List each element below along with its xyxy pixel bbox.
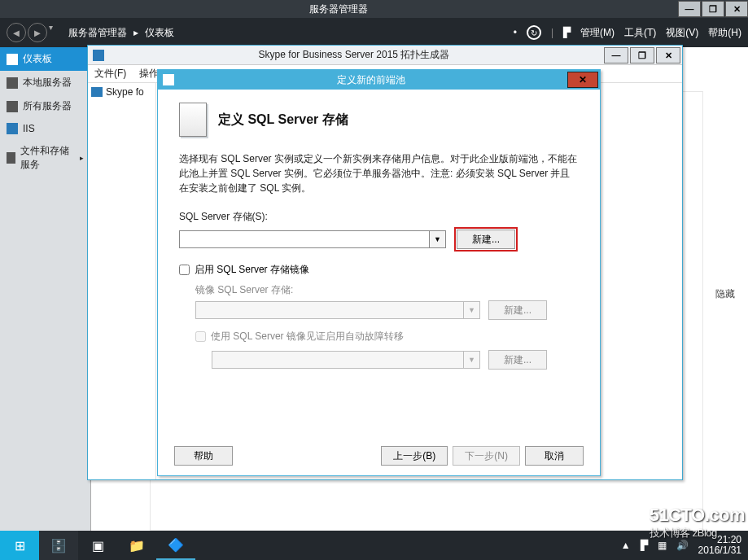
tb-powershell-icon[interactable]: ▣ — [78, 531, 117, 560]
tb-close-button[interactable]: ✕ — [656, 47, 680, 63]
nav-back-button[interactable]: ◄ — [7, 23, 26, 42]
sidebar-item-iis[interactable]: IIS — [0, 118, 90, 139]
flag-icon[interactable]: ▛ — [563, 27, 571, 38]
nav-forward-button[interactable]: ► — [28, 23, 47, 42]
nav-history-dropdown[interactable]: ▾ — [49, 23, 59, 42]
tree-root-label: Skype fo — [106, 86, 144, 98]
wizard-app-icon — [163, 74, 174, 85]
tray-up-icon[interactable]: ▲ — [621, 540, 631, 551]
sql-store-combo[interactable]: ▼ — [179, 230, 446, 248]
tb-topology-icon[interactable]: 🔷 — [156, 531, 195, 560]
sidebar-item-label: 所有服务器 — [23, 99, 72, 113]
watermark-line2: 技术博客 zBlog — [650, 526, 745, 540]
chevron-down-icon: ▼ — [464, 301, 480, 319]
wizard-description: 选择现有 SQL Server 实例或定义一个新实例来存储用户信息。对于此企业版… — [179, 151, 579, 195]
tb-explorer-icon[interactable]: 📁 — [117, 531, 156, 560]
tray-volume-icon[interactable]: 🔊 — [676, 540, 689, 551]
tb-minimize-button[interactable]: — — [604, 47, 628, 63]
mirror-new-button: 新建... — [488, 300, 547, 320]
taskbar: ⊞ 🗄️ ▣ 📁 🔷 ▲ ▛ ▦ 🔊 21:20 2016/1/31 — [0, 531, 748, 560]
start-button[interactable]: ⊞ — [0, 531, 39, 560]
tray-network-icon[interactable]: ▦ — [658, 540, 667, 551]
help-button[interactable]: 帮助 — [174, 446, 233, 466]
enable-mirror-label: 启用 SQL Server 存储镜像 — [195, 263, 309, 277]
mirror-store-label: 镜像 SQL Server 存储: — [195, 283, 579, 297]
sidebar-item-label: 文件和存储服务 — [20, 144, 75, 172]
server-manager-header: ◄ ► ▾ 服务器管理器 ▸ 仪表板 • ↻ | ▛ 管理(M) 工具(T) 视… — [0, 18, 748, 47]
clock-date: 2016/1/31 — [698, 545, 741, 556]
sidebar-item-dashboard[interactable]: 仪表板 — [0, 47, 90, 71]
cancel-button[interactable]: 取消 — [525, 446, 584, 466]
breadcrumb-app: 服务器管理器 — [68, 26, 127, 40]
new-store-button[interactable]: 新建... — [457, 230, 515, 249]
sql-store-label: SQL Server 存储(S): — [179, 210, 579, 224]
sys-maximize-button[interactable]: ❐ — [702, 1, 724, 17]
breadcrumb: 服务器管理器 ▸ 仪表板 — [68, 26, 174, 40]
sys-close-button[interactable]: ✕ — [725, 1, 748, 17]
tb-title: Skype for Business Server 2015 拓扑生成器 — [109, 48, 599, 62]
chevron-down-icon[interactable]: ▼ — [430, 230, 446, 248]
sidebar-item-local[interactable]: 本地服务器 — [0, 71, 90, 94]
hide-link[interactable]: 隐藏 — [715, 287, 735, 301]
sidebar-item-label: IIS — [23, 123, 35, 134]
refresh-icon[interactable]: ↻ — [527, 25, 541, 40]
sql-server-icon — [179, 103, 207, 137]
menu-manage[interactable]: 管理(M) — [580, 26, 615, 40]
menu-help[interactable]: 帮助(H) — [708, 26, 741, 40]
tree-root-node[interactable]: Skype fo — [91, 86, 152, 98]
breadcrumb-page: 仪表板 — [145, 26, 174, 40]
tb-server-manager-icon[interactable]: 🗄️ — [39, 531, 78, 560]
breadcrumb-separator: ▸ — [133, 27, 138, 38]
tb-app-icon — [93, 50, 104, 61]
tb-menu-file[interactable]: 文件(F) — [94, 67, 126, 81]
menu-tools[interactable]: 工具(T) — [624, 26, 656, 40]
next-button: 下一步(N) — [453, 446, 520, 466]
system-titlebar: 服务器管理器 — ❐ ✕ — [0, 0, 748, 18]
menu-view[interactable]: 视图(V) — [666, 26, 698, 40]
define-pool-wizard: 定义新的前端池 ✕ 定义 SQL Server 存储 选择现有 SQL Serv… — [157, 69, 601, 476]
watermark: 51CTO.com 技术博客 zBlog — [650, 505, 745, 540]
skype-icon — [91, 87, 103, 97]
enable-mirror-checkbox[interactable] — [179, 265, 190, 275]
sidebar-item-all[interactable]: 所有服务器 — [0, 94, 90, 118]
wizard-close-button[interactable]: ✕ — [567, 72, 598, 88]
tb-titlebar[interactable]: Skype for Business Server 2015 拓扑生成器 — ❐… — [88, 46, 682, 65]
tb-maximize-button[interactable]: ❐ — [630, 47, 654, 63]
chevron-down-icon: ▼ — [464, 351, 480, 369]
witness-label: 使用 SQL Server 镜像见证启用自动故障转移 — [211, 330, 404, 343]
sidebar: 仪表板 本地服务器 所有服务器 IIS 文件和存储服务▸ — [0, 47, 91, 531]
system-title: 服务器管理器 — [0, 2, 677, 16]
highlight-box: 新建... — [454, 227, 518, 252]
sidebar-item-label: 仪表板 — [23, 52, 52, 66]
wizard-titlebar[interactable]: 定义新的前端池 ✕ — [158, 70, 600, 90]
witness-checkbox — [195, 331, 206, 342]
sidebar-item-label: 本地服务器 — [23, 76, 72, 90]
wizard-heading: 定义 SQL Server 存储 — [218, 112, 348, 129]
back-button[interactable]: 上一步(B) — [381, 446, 448, 466]
mirror-store-combo: ▼ — [195, 301, 480, 319]
tray-flag-icon[interactable]: ▛ — [641, 540, 648, 551]
sys-minimize-button[interactable]: — — [678, 1, 701, 17]
witness-store-combo: ▼ — [212, 351, 480, 369]
wizard-title: 定义新的前端池 — [179, 73, 562, 87]
tb-tree-pane: Skype fo — [88, 83, 156, 479]
sidebar-item-file[interactable]: 文件和存储服务▸ — [0, 139, 90, 177]
witness-new-button: 新建... — [488, 350, 547, 370]
watermark-line1: 51CTO.com — [650, 505, 745, 526]
